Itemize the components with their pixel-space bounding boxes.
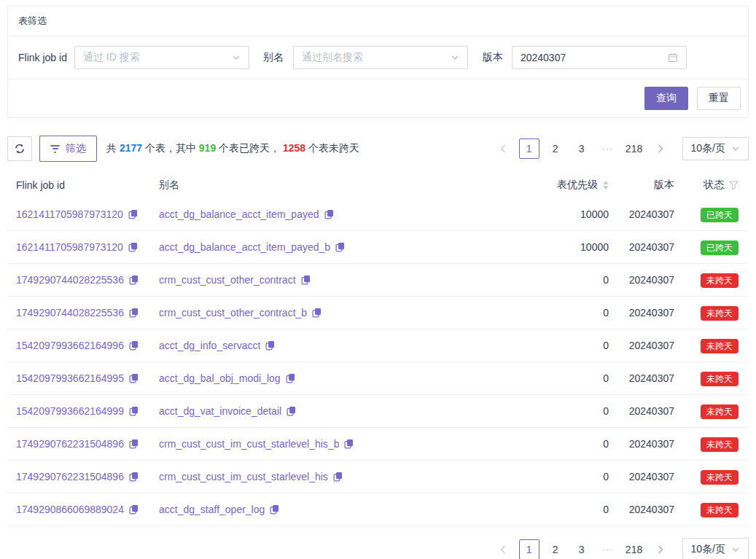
- flink-job-id-cell: 1542097993662164995: [7, 372, 150, 384]
- copy-icon[interactable]: [129, 406, 139, 416]
- alias-cell: acct_dg_bal_obj_modi_log: [150, 372, 517, 384]
- version-date-input[interactable]: 20240307: [512, 46, 687, 69]
- pagination-next-button[interactable]: [650, 138, 671, 159]
- flink-job-id-cell: 1749290762231504896: [7, 471, 150, 482]
- filter-toggle-button[interactable]: 筛选: [39, 136, 97, 162]
- sort-carets-icon[interactable]: [603, 181, 609, 189]
- copy-icon[interactable]: [270, 504, 279, 515]
- col-header-alias: 别名: [150, 179, 517, 192]
- alias-link[interactable]: acct_dg_info_servacct: [159, 340, 260, 351]
- pagination-page-218[interactable]: 218: [624, 138, 644, 159]
- copy-icon[interactable]: [129, 439, 139, 449]
- reset-button[interactable]: 重置: [697, 87, 741, 110]
- copy-icon[interactable]: [324, 209, 334, 219]
- version-cell: 20240307: [619, 297, 685, 329]
- pagination-prev-button[interactable]: [493, 539, 513, 559]
- pagination-page-2[interactable]: 2: [545, 539, 566, 559]
- version-date-value: 20240307: [521, 52, 668, 63]
- alias-link[interactable]: crm_cust_cust_im_cust_starlevel_his: [159, 471, 328, 482]
- pagination-ellipsis[interactable]: ···: [598, 144, 618, 154]
- copy-icon[interactable]: [333, 472, 343, 482]
- flink-job-id-link[interactable]: 1749290744028225536: [16, 274, 124, 286]
- alias-link[interactable]: crm_cust_cust_other_contract: [159, 274, 296, 286]
- alias-link[interactable]: acct_dg_balance_acct_item_payed: [159, 208, 319, 220]
- flink-job-id-cell: 1621411705987973120: [7, 241, 150, 253]
- col-header-priority[interactable]: 表优先级: [517, 179, 619, 192]
- alias-link[interactable]: acct_dg_vat_invoice_detail: [159, 405, 281, 417]
- alias-cell: crm_cust_cust_im_cust_starlevel_his_b: [150, 438, 517, 450]
- pagination-page-1[interactable]: 1: [519, 138, 539, 159]
- chevron-down-icon: [451, 53, 459, 62]
- pagination-prev-button[interactable]: [493, 138, 513, 159]
- copy-icon[interactable]: [128, 209, 138, 219]
- pagination-ellipsis[interactable]: ···: [598, 544, 618, 555]
- copy-icon[interactable]: [265, 340, 275, 351]
- pagination-page-1[interactable]: 1: [519, 539, 539, 559]
- alias-link[interactable]: acct_dg_bal_obj_modi_log: [159, 372, 281, 384]
- status-cell: 已跨天: [685, 198, 749, 230]
- flink-job-id-link[interactable]: 1749290866069889024: [16, 504, 124, 515]
- flink-job-id-select[interactable]: 通过 ID 搜索: [74, 46, 249, 69]
- funnel-icon[interactable]: [729, 181, 739, 189]
- copy-icon[interactable]: [129, 275, 139, 285]
- status-cell: 未跨天: [685, 264, 749, 296]
- flink-job-id-link[interactable]: 1749290762231504896: [16, 438, 124, 450]
- priority-cell: 0: [517, 362, 619, 394]
- copy-icon[interactable]: [335, 242, 345, 252]
- pagination-page-2[interactable]: 2: [545, 138, 566, 159]
- page-size-select[interactable]: 10条/页: [682, 137, 749, 160]
- copy-icon[interactable]: [129, 340, 139, 351]
- copy-icon[interactable]: [129, 308, 139, 318]
- flink-job-id-link[interactable]: 1542097993662164999: [16, 405, 124, 417]
- alias-select[interactable]: 通过别名搜索: [293, 46, 468, 69]
- flink-job-id-cell: 1621411705987973120: [7, 208, 150, 220]
- pagination-next-button[interactable]: [650, 539, 671, 559]
- query-button[interactable]: 查询: [644, 87, 688, 110]
- table-row: 1749290866069889024 acct_dg_staff_oper_l…: [7, 493, 749, 526]
- copy-icon[interactable]: [301, 275, 311, 285]
- pagination-page-218[interactable]: 218: [624, 539, 644, 559]
- flink-job-id-link[interactable]: 1542097993662164995: [16, 372, 124, 384]
- status-badge: 未跨天: [701, 306, 739, 321]
- alias-link[interactable]: acct_dg_balance_acct_item_payed_b: [159, 241, 330, 253]
- copy-icon[interactable]: [286, 373, 295, 383]
- chevron-down-icon: [232, 53, 241, 62]
- copy-icon[interactable]: [129, 472, 139, 482]
- status-cell: 未跨天: [685, 329, 749, 361]
- alias-link[interactable]: crm_cust_cust_other_contract_b: [159, 307, 307, 318]
- page-size-select[interactable]: 10条/页: [682, 538, 749, 559]
- refresh-button[interactable]: [7, 136, 32, 161]
- flink-job-id-link[interactable]: 1621411705987973120: [16, 241, 123, 253]
- alias-link[interactable]: acct_dg_staff_oper_log: [159, 504, 265, 515]
- priority-cell: 0: [517, 461, 619, 493]
- flink-job-id-link[interactable]: 1749290762231504896: [16, 471, 124, 482]
- version-label: 版本: [483, 51, 503, 64]
- status-badge: 未跨天: [701, 273, 739, 288]
- summary-text: 共 2177 个表，其中 919 个表已跨天， 1258 个表未跨天: [106, 142, 359, 155]
- copy-icon[interactable]: [128, 242, 138, 252]
- copy-icon[interactable]: [129, 504, 139, 515]
- flink-job-id-link[interactable]: 1749290744028225536: [16, 307, 124, 318]
- pagination-page-3[interactable]: 3: [572, 539, 592, 559]
- filter-actions-row: 查询 重置: [8, 79, 748, 117]
- flink-job-id-link[interactable]: 1621411705987973120: [16, 208, 123, 220]
- flink-job-id-cell: 1749290744028225536: [7, 307, 150, 318]
- filter-panel-title: 表筛选: [8, 7, 748, 36]
- flink-job-id-cell: 1542097993662164996: [7, 340, 150, 351]
- status-cell: 未跨天: [685, 493, 749, 525]
- copy-icon[interactable]: [312, 308, 322, 318]
- uncrossed-count: 1258: [283, 142, 305, 154]
- pagination-page-3[interactable]: 3: [572, 138, 592, 159]
- status-badge: 未跨天: [701, 372, 739, 386]
- copy-icon[interactable]: [287, 406, 296, 416]
- status-cell: 未跨天: [685, 461, 749, 493]
- version-cell: 20240307: [619, 362, 685, 394]
- copy-icon[interactable]: [129, 373, 139, 383]
- copy-icon[interactable]: [344, 439, 354, 449]
- alias-label: 别名: [263, 51, 284, 64]
- flink-job-id-link[interactable]: 1542097993662164996: [16, 340, 124, 351]
- alias-link[interactable]: crm_cust_cust_im_cust_starlevel_his_b: [159, 438, 339, 450]
- table-header-row: Flink job id 别名 表优先级 版本 状态: [7, 172, 749, 198]
- priority-cell: 0: [517, 493, 619, 525]
- version-cell: 20240307: [619, 231, 685, 263]
